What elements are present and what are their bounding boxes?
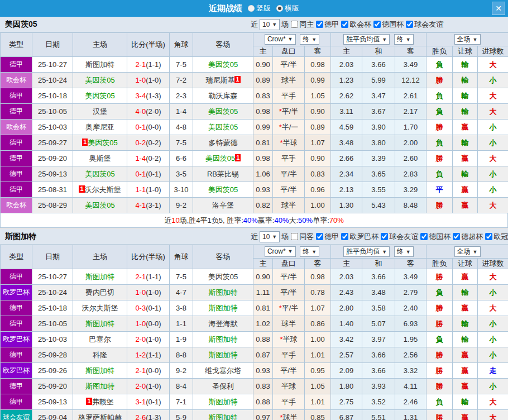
avg-odds-cell: 3.52 xyxy=(362,394,395,410)
corner-cell: 1-4 xyxy=(170,104,193,120)
corner-cell: 5-9 xyxy=(170,410,193,420)
changed-marker: * xyxy=(279,107,282,116)
wdl-result-cell: 平 xyxy=(426,182,453,198)
team-label: 沃尔夫斯堡 xyxy=(85,185,121,194)
away-team-cell: 维戈塞尔塔 xyxy=(193,363,253,379)
handicap-result-cell: 輸 xyxy=(453,316,478,332)
wdl-result-cell: 勝 xyxy=(426,347,453,363)
league-checkbox[interactable] xyxy=(373,21,381,28)
asian-odds-cell: 0.87 xyxy=(253,347,273,363)
corner-cell: 4-8 xyxy=(170,120,193,135)
col-handicap: 盘口 xyxy=(273,259,305,269)
recent-count-select[interactable]: 10 ▼ xyxy=(260,231,280,242)
handicap-cell: 平/半 xyxy=(273,363,305,379)
league-filter-option[interactable]: 欧冠杯 xyxy=(485,232,508,242)
odds-time-select[interactable]: 终▼ xyxy=(300,246,319,257)
wdl-result-cell: 勝 xyxy=(426,379,453,394)
league-filter-option[interactable]: 球会友谊 xyxy=(380,232,418,242)
match-date: 25-10-05 xyxy=(32,104,73,120)
league-type-badge: 德甲 xyxy=(1,379,32,394)
halftime-score: (1-3) xyxy=(146,92,161,100)
fulltime-score: 1-4 xyxy=(135,154,146,163)
changed-marker: * xyxy=(280,139,282,147)
dropdown-arrow-icon: ▼ xyxy=(382,249,387,255)
layout-vertical-radio[interactable]: 竖版 xyxy=(248,3,271,13)
avg-odds-cell: 3.29 xyxy=(395,182,426,198)
handicap-cell: 平/半 xyxy=(273,182,305,198)
col-home: 主场 xyxy=(73,33,127,57)
summary-segment: 赢率: xyxy=(258,216,275,226)
league-filter-option[interactable]: 德国杯 xyxy=(420,232,451,242)
avg-time-select[interactable]: 终▼ xyxy=(394,34,414,45)
same-venue-option[interactable]: 同主 xyxy=(290,20,314,30)
league-filter-option[interactable]: 球会友谊 xyxy=(405,20,443,30)
match-row: 德甲25-10-27斯图加特2-1(1-1)7-5美因茨050.90平/半0.9… xyxy=(1,57,508,73)
team-label: 巴塞尔 xyxy=(89,335,111,343)
team-label: 奥斯堡 xyxy=(89,154,111,163)
score-cell: 2-1(1-1) xyxy=(127,269,170,285)
asian-odds-cell: 0.93 xyxy=(253,363,273,379)
league-filter-option[interactable]: 德甲 xyxy=(315,20,339,30)
halftime-score: (1-3) xyxy=(146,413,161,420)
corner-cell: 7-2 xyxy=(170,73,193,88)
changed-marker: * xyxy=(279,304,282,312)
match-row: 欧罗巴杯25-10-24费内巴切1-0(1-0)4-7斯图加特1.11平/半0.… xyxy=(1,285,508,300)
league-type-badge: 德甲 xyxy=(1,182,32,198)
same-venue-checkbox[interactable] xyxy=(291,233,298,240)
handicap-cell: 球半 xyxy=(273,316,305,332)
avg-time-select[interactable]: 终▼ xyxy=(394,246,414,257)
league-filter-option[interactable]: 德国杯 xyxy=(373,20,404,30)
avg-odds-cell: 3.66 xyxy=(362,363,395,379)
league-checkbox[interactable] xyxy=(485,233,492,240)
league-checkbox[interactable] xyxy=(316,21,323,28)
recent-count-select[interactable]: 10 ▼ xyxy=(260,19,280,30)
handicap-cell: 半球 xyxy=(273,379,305,394)
league-checkbox[interactable] xyxy=(316,233,323,240)
league-checkbox[interactable] xyxy=(420,233,428,240)
col-wdl: 胜负 xyxy=(426,46,453,57)
avg-odds-cell: 3.66 xyxy=(362,347,395,363)
handicap-result-cell: 贏 xyxy=(453,379,478,394)
close-icon[interactable]: ✕ xyxy=(492,2,505,15)
avg-odds-select[interactable]: 胜平负均值▼ xyxy=(343,246,390,257)
handicap-result-cell: 贏 xyxy=(453,198,478,213)
league-checkbox[interactable] xyxy=(453,233,460,240)
handicap-cell: 平手 xyxy=(273,151,305,166)
match-date: 25-09-20 xyxy=(32,151,73,166)
dropdown-arrow-icon: ▼ xyxy=(311,249,317,255)
score-cell: 1-1(1-0) xyxy=(127,182,170,198)
league-filter-option[interactable]: 德超杯 xyxy=(452,232,483,242)
league-filter-option[interactable]: 欧会杯 xyxy=(341,20,371,30)
corner-cell: 8-4 xyxy=(170,379,193,394)
avg-odds-cell: 2.80 xyxy=(331,300,362,316)
league-filter-option[interactable]: 德甲 xyxy=(315,232,339,242)
avg-odds-cell: 2.62 xyxy=(331,88,362,104)
same-venue-checkbox[interactable] xyxy=(291,21,298,28)
score-cell: 2-1(1-1) xyxy=(127,57,170,73)
league-checkbox[interactable] xyxy=(406,21,413,28)
team2-results-table: 类型 日期 主场 比分(半场) 角球 客场 Crow*▼ 终▼ 胜平负均值▼ 终… xyxy=(0,245,508,420)
bookmaker-select[interactable]: Crow*▼ xyxy=(265,246,296,257)
league-checkbox[interactable] xyxy=(341,21,348,28)
col-type: 类型 xyxy=(1,33,32,57)
score-cell: 2-0(1-0) xyxy=(127,332,170,347)
odds-time-select[interactable]: 终▼ xyxy=(300,34,319,45)
period-select[interactable]: 全场▼ xyxy=(454,246,481,257)
period-select[interactable]: 全场▼ xyxy=(454,34,481,45)
dropdown-arrow-icon: ▼ xyxy=(406,249,411,255)
same-venue-option[interactable]: 同客 xyxy=(290,232,314,242)
avg-odds-select[interactable]: 胜平负均值▼ xyxy=(343,34,390,45)
layout-horizontal-radio[interactable]: 横版 xyxy=(276,3,299,13)
corner-cell: 7-5 xyxy=(170,135,193,151)
asian-odds-cell: 0.90 xyxy=(253,269,273,285)
away-team-cell: 斯图加特 xyxy=(193,410,253,420)
bookmaker-select[interactable]: Crow*▼ xyxy=(265,34,296,45)
league-checkbox[interactable] xyxy=(341,233,348,240)
wdl-result-cell: 負 xyxy=(426,285,453,300)
halftime-score: (0-0) xyxy=(146,123,161,131)
team-label: 洛辛堡 xyxy=(212,201,234,209)
league-filter-option[interactable]: 欧罗巴杯 xyxy=(341,232,378,242)
same-venue-label: 同客 xyxy=(299,232,314,242)
col-corner: 角球 xyxy=(170,33,193,57)
league-checkbox[interactable] xyxy=(381,233,388,240)
